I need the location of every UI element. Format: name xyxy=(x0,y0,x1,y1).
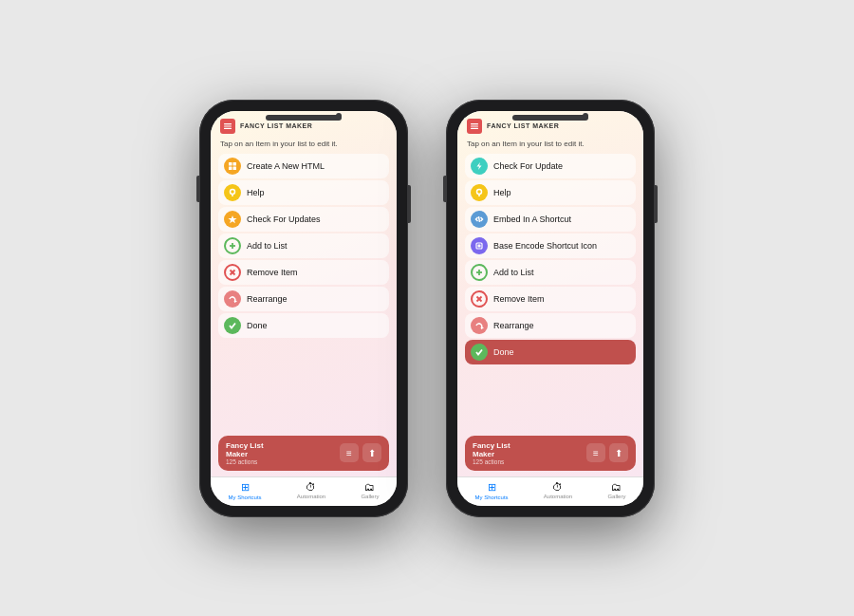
item-icon-0-left xyxy=(224,158,241,175)
item-icon-1-right xyxy=(471,184,488,201)
item-icon-7-right xyxy=(471,344,488,361)
tab-my-shortcuts-right[interactable]: ⊞ My Shortcuts xyxy=(475,481,509,500)
tab-automation-icon-left: ⏱ xyxy=(306,481,316,493)
item-icon-0-right xyxy=(471,158,488,175)
svg-point-19 xyxy=(477,189,482,194)
screen-content-left: FANCY LIST MAKER Tap on an Item in your … xyxy=(211,111,397,476)
phone-notch-left xyxy=(266,115,342,121)
instruction-left: Tap on an Item in your list to edit it. xyxy=(211,138,397,154)
item-icon-6-right xyxy=(471,317,488,334)
item-label-5-left: Rearrange xyxy=(247,294,288,304)
phone-left-wrapper: FANCY LIST MAKER Tap on an Item in your … xyxy=(199,100,408,517)
item-label-4-right: Add to List xyxy=(493,268,534,277)
tab-my-shortcuts-left[interactable]: ⊞ My Shortcuts xyxy=(229,481,262,500)
list-item-4-left[interactable]: Remove Item xyxy=(218,260,389,285)
item-label-3-right: Base Encode Shortcut Icon xyxy=(493,241,597,251)
svg-rect-0 xyxy=(224,123,232,124)
bottom-bar-right: ⊞ My Shortcuts ⏱ Automation 🗂 Gallery xyxy=(457,476,643,506)
item-label-0-left: Create A New HTML xyxy=(247,161,325,171)
list-item-6-right[interactable]: Rearrange xyxy=(465,313,636,338)
shortcut-icon-share-right: ⬆ xyxy=(609,443,628,462)
tab-automation-label-right: Automation xyxy=(544,494,572,499)
phone-screen-left: FANCY LIST MAKER Tap on an Item in your … xyxy=(211,111,397,506)
list-item-6-left[interactable]: Done xyxy=(218,313,389,338)
phone-camera-left xyxy=(336,113,342,119)
item-icon-4-left xyxy=(224,264,241,281)
item-icon-4-right xyxy=(471,264,488,281)
tab-shortcuts-icon-left: ⊞ xyxy=(241,481,250,494)
item-label-0-right: Check For Update xyxy=(493,161,563,171)
shortcut-info-left: Fancy ListMaker 125 actions xyxy=(226,441,264,465)
app-title-right: FANCY LIST MAKER xyxy=(487,122,559,129)
list-item-0-left[interactable]: Create A New HTML xyxy=(218,154,389,178)
svg-rect-17 xyxy=(471,127,478,128)
item-icon-5-left xyxy=(224,290,241,308)
shortcut-info-right: Fancy ListMaker 125 actions xyxy=(473,441,511,465)
item-icon-6-left xyxy=(224,317,241,334)
list-items-right: Check For Update Help xyxy=(457,154,643,432)
svg-rect-5 xyxy=(229,166,232,170)
shortcut-icons-right: ≡ ⬆ xyxy=(586,443,628,462)
item-icon-1-left xyxy=(224,184,241,201)
svg-rect-23 xyxy=(478,244,481,247)
list-item-3-right[interactable]: Base Encode Shortcut Icon xyxy=(465,233,636,258)
item-label-6-right: Rearrange xyxy=(493,321,534,330)
item-label-2-right: Embed In A Shortcut xyxy=(493,215,571,224)
list-item-4-right[interactable]: Add to List xyxy=(465,260,636,285)
item-label-4-left: Remove Item xyxy=(247,268,298,277)
instruction-right: Tap on an Item in your list to edit it. xyxy=(457,138,643,154)
scene: FANCY LIST MAKER Tap on an Item in your … xyxy=(0,0,854,616)
svg-rect-6 xyxy=(233,166,237,170)
list-item-1-right[interactable]: Help xyxy=(465,180,636,205)
tab-gallery-label-right: Gallery xyxy=(607,494,625,499)
svg-rect-16 xyxy=(471,125,478,126)
list-item-5-right[interactable]: Remove Item xyxy=(465,287,636,311)
tab-gallery-label-left: Gallery xyxy=(361,494,379,499)
list-item-2-right[interactable]: Embed In A Shortcut xyxy=(465,207,636,232)
svg-rect-15 xyxy=(471,123,478,124)
list-item-7-right[interactable]: Done xyxy=(465,340,636,364)
item-label-1-left: Help xyxy=(247,188,265,197)
svg-rect-4 xyxy=(233,162,237,166)
list-item-5-left[interactable]: Rearrange xyxy=(218,287,389,311)
svg-rect-2 xyxy=(224,127,232,128)
item-label-1-right: Help xyxy=(493,188,511,197)
phone-right: FANCY LIST MAKER Tap on an Item in your … xyxy=(446,100,655,517)
shortcut-icon-share: ⬆ xyxy=(362,443,381,462)
phone-camera-right xyxy=(583,113,588,119)
item-icon-2-right xyxy=(471,211,488,228)
list-item-1-left[interactable]: Help xyxy=(218,180,389,205)
app-icon-right xyxy=(467,119,482,134)
shortcut-card-right[interactable]: Fancy ListMaker 125 actions ≡ ⬆ xyxy=(465,436,636,471)
phone-notch-right xyxy=(512,115,588,121)
tab-automation-label-left: Automation xyxy=(297,494,325,499)
svg-rect-1 xyxy=(224,125,232,126)
svg-marker-9 xyxy=(229,215,237,223)
bottom-bar-left: ⊞ My Shortcuts ⏱ Automation 🗂 Gallery xyxy=(211,476,397,506)
list-item-2-left[interactable]: Check For Updates xyxy=(218,207,389,232)
tab-shortcuts-label-left: My Shortcuts xyxy=(229,495,262,500)
tab-shortcuts-icon-right: ⊞ xyxy=(488,481,496,494)
tab-gallery-icon-left: 🗂 xyxy=(364,481,375,493)
list-items-left: Create A New HTML Help xyxy=(211,154,397,432)
app-icon-left xyxy=(220,119,235,134)
item-label-5-right: Remove Item xyxy=(493,294,545,304)
list-item-0-right[interactable]: Check For Update xyxy=(465,154,636,178)
tab-automation-right[interactable]: ⏱ Automation xyxy=(544,481,572,500)
tab-gallery-icon-right: 🗂 xyxy=(611,481,622,493)
item-label-7-right: Done xyxy=(493,347,514,357)
list-item-3-left[interactable]: Add to List xyxy=(218,233,389,258)
phone-right-wrapper: FANCY LIST MAKER Tap on an Item in your … xyxy=(446,100,655,517)
shortcut-icon-list-right: ≡ xyxy=(586,443,605,462)
tab-gallery-right[interactable]: 🗂 Gallery xyxy=(607,481,625,500)
tab-automation-left[interactable]: ⏱ Automation xyxy=(297,481,325,500)
tab-gallery-left[interactable]: 🗂 Gallery xyxy=(361,481,379,500)
screen-content-right: FANCY LIST MAKER Tap on an Item in your … xyxy=(457,111,643,476)
item-label-3-left: Add to List xyxy=(247,241,288,251)
phone-screen-right: FANCY LIST MAKER Tap on an Item in your … xyxy=(457,111,643,506)
shortcut-card-left[interactable]: Fancy ListMaker 125 actions ≡ ⬆ xyxy=(218,436,389,471)
shortcut-icon-list: ≡ xyxy=(340,443,359,462)
item-icon-3-left xyxy=(224,237,241,254)
phone-left: FANCY LIST MAKER Tap on an Item in your … xyxy=(199,100,408,517)
svg-marker-18 xyxy=(477,162,482,170)
